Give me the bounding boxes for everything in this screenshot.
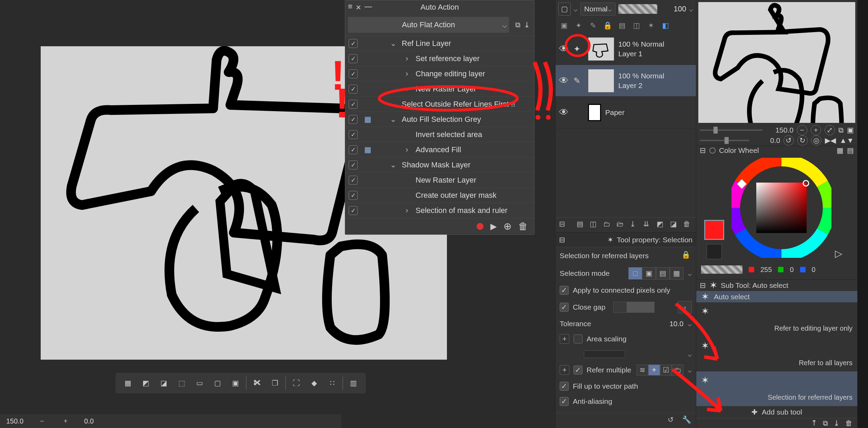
gap-more-icon[interactable]: › xyxy=(678,301,692,313)
sub-tool-item-label[interactable]: Refer to editing layer only xyxy=(696,320,857,337)
action-checkbox[interactable]: ✓ xyxy=(349,54,358,63)
panel-options-icon[interactable]: ⊟ xyxy=(559,236,565,244)
action-checkbox[interactable]: ✓ xyxy=(349,176,358,185)
anti-alias-checkbox[interactable]: ✓ xyxy=(560,397,569,406)
auto-action-item[interactable]: ✓Invert selected area xyxy=(345,127,534,142)
refer-stepper-icon[interactable]: ⌵ xyxy=(688,366,692,374)
auto-action-item[interactable]: ✓⌄Select Outside Refer Lines First !! xyxy=(345,96,534,111)
expand-selection-icon[interactable]: ⬚ xyxy=(174,376,189,391)
action-checkbox[interactable]: ✓ xyxy=(349,145,358,154)
auto-action-item[interactable]: ✓›Selection of mask and ruler xyxy=(345,203,534,218)
invert-selection-icon[interactable]: ◩ xyxy=(138,376,153,391)
new-raster-layer-icon[interactable]: ▤ xyxy=(577,220,586,230)
scale-icon[interactable]: ⛶ xyxy=(289,376,304,391)
foreground-swatch[interactable] xyxy=(704,220,724,240)
chevron-right-icon[interactable]: › xyxy=(403,206,411,215)
zoom-out-button[interactable]: − xyxy=(37,416,47,426)
apply-mask-icon[interactable]: ◪ xyxy=(670,220,679,230)
sel-mode-inter[interactable]: ▦ xyxy=(670,267,684,280)
action-checkbox[interactable]: ✓ xyxy=(349,115,358,124)
chevron-down-icon[interactable]: ⌄ xyxy=(389,100,397,109)
auto-action-item[interactable]: ✓New Raster Layer xyxy=(345,172,534,187)
add-sub-tool-button[interactable]: ✚ Add sub tool xyxy=(696,406,857,418)
export-set-icon[interactable]: ⤓ xyxy=(524,21,530,29)
subtool-import-icon[interactable]: ⤓ xyxy=(834,419,840,427)
auto-action-item[interactable]: ✓›New Raster Layer xyxy=(345,81,534,96)
chevron-right-icon[interactable]: › xyxy=(403,69,411,78)
sub-tool-item[interactable]: ✶ xyxy=(696,302,857,320)
duplicate-set-icon[interactable]: ⧉ xyxy=(515,21,520,29)
apply-connected-checkbox[interactable]: ✓ xyxy=(560,286,569,295)
layer-thumbnail[interactable] xyxy=(588,69,614,93)
chevron-right-icon[interactable]: › xyxy=(403,54,411,63)
sel-mode-stepper-icon[interactable]: ⌵ xyxy=(688,269,692,278)
action-checkbox[interactable]: ✓ xyxy=(349,85,358,94)
lock-icon[interactable]: 🔒 xyxy=(681,251,692,261)
layer-list[interactable]: 👁✦100 % NormalLayer 1👁✎100 % NormalLayer… xyxy=(556,33,696,128)
panel-options-icon[interactable]: ⊟ xyxy=(700,146,706,155)
action-checkbox[interactable]: ✓ xyxy=(349,130,358,139)
fx-icon[interactable]: ✶ xyxy=(646,20,656,31)
layer-type-dropdown-icon[interactable]: ⌵ xyxy=(573,5,578,13)
rotate-reset-icon[interactable]: ◎ xyxy=(811,135,821,146)
visibility-icon[interactable]: 👁 xyxy=(559,75,569,86)
panel-options-icon[interactable]: ⊟ xyxy=(700,281,706,290)
color-wheel-title[interactable]: ⊟ Color Wheel ▦ ▤ xyxy=(696,146,857,155)
gap-seg-2[interactable] xyxy=(641,302,655,313)
close-gap-checkbox[interactable]: ✓ xyxy=(560,303,569,312)
sel-mode-new[interactable]: □ xyxy=(628,267,642,280)
area-scaling-expand[interactable]: + xyxy=(560,334,569,344)
shrink-selection-icon[interactable]: ▭ xyxy=(192,376,207,391)
action-checkbox[interactable]: ✓ xyxy=(349,39,358,48)
area-scaling-checkbox[interactable] xyxy=(573,334,582,343)
rotate-cw-icon[interactable]: ↻ xyxy=(797,135,808,146)
color-play-icon[interactable]: ▷ xyxy=(835,248,842,259)
new-vector-layer-icon[interactable]: ◫ xyxy=(590,220,599,230)
blend-mode-select[interactable]: Normal ⌵ xyxy=(580,2,616,16)
tolerance-value[interactable]: 10.0 xyxy=(669,320,684,328)
show-border-icon[interactable]: ◪ xyxy=(156,376,171,391)
layer-color-icon[interactable]: ◧ xyxy=(660,20,671,31)
area-scaling-stepper-icon[interactable]: ⌵ xyxy=(688,350,692,358)
fill-vector-checkbox[interactable]: ✓ xyxy=(560,382,569,391)
nav-angle-value[interactable]: 0.0 xyxy=(752,136,780,145)
merge-down-icon[interactable]: ⇊ xyxy=(643,220,652,230)
clear-outside-icon[interactable]: ▣ xyxy=(228,376,243,391)
subtool-export-icon[interactable]: ⤒ xyxy=(811,419,817,427)
nav-zoom-value[interactable]: 150.0 xyxy=(766,126,794,134)
zoom-in-button[interactable]: + xyxy=(61,416,70,426)
zoom-fit-icon[interactable]: ⤢ xyxy=(825,125,835,135)
tone-icon[interactable]: ∷ xyxy=(325,376,340,391)
zoom-slider[interactable] xyxy=(700,129,762,131)
fill-icon[interactable]: ◆ xyxy=(307,376,322,391)
chevron-down-icon[interactable]: ⌄ xyxy=(389,160,397,169)
transfer-down-icon[interactable]: ⤓ xyxy=(630,220,639,230)
zoom-all-icon[interactable]: ▣ xyxy=(847,126,854,134)
minimize-icon[interactable]: — xyxy=(365,2,372,13)
background-swatch[interactable] xyxy=(707,244,722,259)
subtool-delete-icon[interactable]: 🗑 xyxy=(845,419,852,427)
move-to-folder-icon[interactable]: 🗁 xyxy=(617,220,626,230)
sub-tool-selected[interactable]: ✶ Auto select xyxy=(696,291,857,302)
zoom-out-icon[interactable]: − xyxy=(797,125,807,135)
draft-icon[interactable]: ✎ xyxy=(588,20,598,31)
sub-tool-item-label[interactable]: Selection for referred layers xyxy=(696,389,857,406)
opacity-slider[interactable] xyxy=(618,4,658,14)
flip-v-icon[interactable]: ▲▼ xyxy=(839,136,854,145)
lock-icon[interactable]: 🔒 xyxy=(602,20,613,31)
gap-seg-0[interactable] xyxy=(613,302,627,313)
record-button[interactable] xyxy=(477,223,483,230)
delete-layer-icon[interactable]: 🗑 xyxy=(683,220,692,230)
refer-selected-icon[interactable]: ☑ xyxy=(660,364,672,376)
auto-action-list[interactable]: ✓⌄Ref Line Layer✓›Set reference layer✓›C… xyxy=(345,36,534,218)
layer-row[interactable]: 👁Paper xyxy=(556,97,696,128)
auto-action-item[interactable]: ✓▦›Advanced Fill xyxy=(345,142,534,157)
property-options-icon[interactable]: 🔧 xyxy=(682,416,692,426)
visibility-icon[interactable]: 👁 xyxy=(559,43,569,55)
delete-action-icon[interactable]: 🗑 xyxy=(518,221,528,232)
add-action-icon[interactable]: ⊕ xyxy=(503,221,511,232)
sub-tool-item[interactable]: ✶ xyxy=(696,371,857,389)
new-layer-icon[interactable]: ▥ xyxy=(346,376,361,391)
action-checkbox[interactable]: ✓ xyxy=(349,100,358,109)
refer-multiple-expand[interactable]: + xyxy=(560,365,569,375)
